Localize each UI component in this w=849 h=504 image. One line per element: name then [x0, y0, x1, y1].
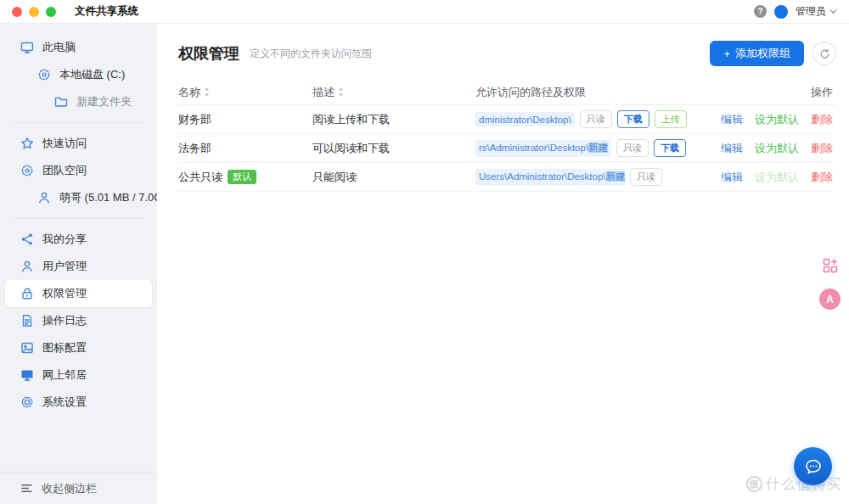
column-header-0[interactable]: 名称	[178, 85, 312, 100]
row-actions: 编辑设为默认删除	[694, 141, 836, 156]
collapse-label: 收起侧边栏	[42, 481, 97, 496]
sort-icon[interactable]	[337, 87, 345, 98]
permission-pill-read[interactable]: 只读	[616, 139, 649, 157]
monitor-solid-icon	[20, 368, 34, 382]
path-input[interactable]: dministrator\Desktop\	[475, 112, 575, 126]
permission-pill-read[interactable]: 只读	[580, 110, 612, 128]
chat-button[interactable]	[794, 447, 832, 485]
translate-glyph: A	[826, 294, 834, 305]
group-description: 阅读上传和下载	[312, 112, 475, 127]
edit-link[interactable]: 编辑	[721, 141, 743, 156]
user-icon	[20, 260, 34, 273]
sidebar-item-label: 我的分享	[42, 232, 87, 247]
titlebar: 文件共享系统 ? 管理员	[0, 0, 849, 24]
sidebar-item-10[interactable]: 权限管理	[5, 280, 152, 307]
edit-link[interactable]: 编辑	[721, 112, 743, 127]
edit-link[interactable]: 编辑	[721, 170, 743, 185]
path-input[interactable]: Users\Administrator\Desktop\新建文件	[475, 169, 625, 186]
add-button-label: 添加权限组	[735, 46, 790, 61]
sidebar-item-2[interactable]: 新建文件夹	[5, 88, 152, 115]
sidebar-item-9[interactable]: 用户管理	[5, 253, 152, 280]
path-permissions-cell: rs\Administrator\Desktop\新建只读下载	[475, 139, 694, 157]
permission-pill-upload[interactable]: 上传	[655, 110, 687, 128]
sidebar-item-6[interactable]: 萌哥 (5.01 MB / 7.0GB)	[5, 184, 152, 211]
column-header-label: 描述	[312, 85, 335, 100]
user-menu[interactable]: 管理员	[796, 4, 837, 19]
path-highlight: 新建文件	[606, 171, 625, 182]
permission-pill-download[interactable]: 下载	[617, 110, 649, 128]
table-header-row: 名称描述允许访问的路径及权限操作	[178, 80, 836, 105]
path-input[interactable]: rs\Administrator\Desktop\新建	[475, 140, 611, 157]
window-controls	[12, 7, 56, 17]
row-actions: 编辑设为默认删除	[694, 112, 836, 127]
watermark-badge: 值	[746, 476, 762, 492]
default-badge: 默认	[228, 170, 256, 184]
close-window-button[interactable]	[12, 7, 22, 17]
translate-icon[interactable]: A	[819, 288, 841, 310]
set-default-link[interactable]: 设为默认	[755, 112, 799, 127]
column-header-label: 操作	[811, 85, 833, 100]
plus-icon: +	[723, 48, 730, 60]
monitor-icon	[20, 41, 34, 54]
refresh-button[interactable]	[812, 42, 836, 65]
delete-link[interactable]: 删除	[811, 112, 833, 127]
sidebar-item-label: 系统设置	[42, 395, 87, 410]
maximize-window-button[interactable]	[46, 7, 56, 17]
page-subtitle: 定义不同的文件夹访问范围	[250, 47, 372, 61]
disk-icon	[37, 68, 51, 81]
sidebar-divider	[12, 122, 145, 123]
table-row: 财务部阅读上传和下载dministrator\Desktop\只读下载上传编辑设…	[178, 105, 836, 134]
column-header-1[interactable]: 描述	[312, 85, 475, 100]
minimize-window-button[interactable]	[29, 7, 39, 17]
delete-link[interactable]: 删除	[811, 141, 833, 156]
group-name: 法务部	[178, 141, 211, 156]
share-icon	[20, 232, 34, 246]
table-row: 法务部可以阅读和下载rs\Administrator\Desktop\新建只读下…	[178, 134, 836, 163]
sidebar-item-5[interactable]: 团队空间	[5, 157, 152, 184]
chevron-down-icon	[829, 8, 837, 15]
help-icon[interactable]: ?	[754, 5, 767, 18]
chat-bubble-icon	[804, 457, 823, 476]
sidebar-item-14[interactable]: 系统设置	[5, 389, 152, 416]
sidebar-item-4[interactable]: 快速访问	[5, 130, 152, 157]
group-name: 财务部	[178, 112, 211, 127]
doc-icon	[20, 314, 34, 328]
group-name-cell: 财务部	[178, 112, 312, 127]
avatar[interactable]	[774, 5, 788, 19]
sort-icon[interactable]	[203, 87, 211, 98]
sidebar-divider	[12, 218, 145, 219]
group-name-cell: 公共只读默认	[178, 170, 312, 185]
sidebar-item-label: 用户管理	[42, 259, 87, 274]
image-icon	[20, 341, 34, 355]
sidebar-item-13[interactable]: 网上邻居	[5, 361, 152, 389]
app-title: 文件共享系统	[75, 4, 138, 19]
sidebar-item-1[interactable]: 本地磁盘 (C:)	[5, 61, 152, 88]
sidebar-item-12[interactable]: 图标配置	[5, 334, 152, 361]
sidebar-item-0[interactable]: 此电脑	[5, 34, 152, 61]
set-default-link[interactable]: 设为默认	[755, 141, 799, 156]
sidebar-item-11[interactable]: 操作日志	[5, 307, 152, 334]
delete-link[interactable]: 删除	[811, 170, 833, 185]
sidebar-item-8[interactable]: 我的分享	[5, 226, 152, 253]
sidebar-item-label: 此电脑	[42, 40, 76, 55]
sidebar-item-label: 权限管理	[42, 286, 87, 301]
collapse-sidebar-button[interactable]: 收起侧边栏	[0, 472, 157, 504]
refresh-icon	[819, 48, 830, 59]
lock-icon	[20, 287, 34, 300]
page-title: 权限管理	[178, 43, 239, 64]
column-header-2: 允许访问的路径及权限	[475, 85, 694, 100]
permission-pill-read[interactable]: 只读	[630, 168, 662, 186]
sidebar-item-label: 团队空间	[42, 163, 87, 178]
path-permissions-cell: dministrator\Desktop\只读下载上传	[475, 110, 694, 128]
widget-grid-icon[interactable]	[822, 257, 839, 277]
sidebar-item-label: 图标配置	[42, 340, 87, 356]
collapse-icon	[20, 482, 33, 495]
path-highlight: 新建	[588, 143, 608, 153]
row-actions: 编辑设为默认删除	[694, 170, 836, 185]
sidebar-list: 此电脑本地磁盘 (C:)新建文件夹快速访问团队空间萌哥 (5.01 MB / 7…	[0, 34, 157, 472]
group-description: 只能阅读	[312, 170, 475, 185]
sidebar-item-label: 快速访问	[42, 136, 87, 151]
permission-pill-download[interactable]: 下载	[654, 139, 686, 157]
sidebar-item-label: 操作日志	[42, 313, 87, 328]
add-permission-group-button[interactable]: + 添加权限组	[710, 41, 804, 66]
